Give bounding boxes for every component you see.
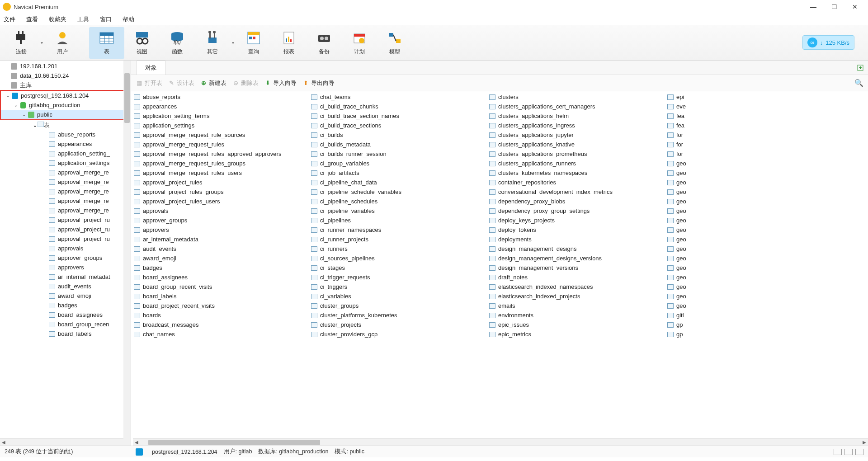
arrow-right-icon[interactable]: ▶ <box>861 440 868 445</box>
sidebar-table-item[interactable]: approvers <box>0 263 131 272</box>
table-item[interactable]: clusters_applications_jupyter <box>488 130 666 140</box>
toolbar-function[interactable]: f(x)函数 <box>160 27 195 59</box>
table-item[interactable]: ci_group_variables <box>310 159 488 168</box>
table-item[interactable]: ci_builds_metadata <box>310 140 488 149</box>
table-item[interactable]: clusters_kubernetes_namespaces <box>488 168 666 178</box>
table-item[interactable]: cluster_groups <box>310 301 488 310</box>
table-item[interactable]: gitl <box>666 310 868 320</box>
sidebar-table-item[interactable]: board_labels <box>0 329 131 339</box>
connection-item[interactable]: data_10.66.150.24 <box>0 71 131 80</box>
design-table-button[interactable]: ✎设计表 <box>168 79 194 87</box>
table-item[interactable]: geo <box>666 244 868 254</box>
add-tab-button[interactable] <box>856 64 864 72</box>
toolbar-user[interactable]: 用户 <box>45 27 80 59</box>
sidebar-table-item[interactable]: approval_merge_re <box>0 206 131 215</box>
table-item[interactable]: ci_runner_projects <box>310 235 488 244</box>
table-item[interactable]: gp <box>666 329 868 339</box>
table-item[interactable]: approval_project_rules_groups <box>133 187 310 197</box>
connection-item[interactable]: 192.168.1.201 <box>0 61 131 71</box>
table-item[interactable]: design_management_designs <box>488 244 666 254</box>
menu-view[interactable]: 查看 <box>26 15 38 24</box>
view-detail-button[interactable] <box>855 449 863 455</box>
table-item[interactable]: cluster_platforms_kubernetes <box>310 310 488 320</box>
table-item[interactable]: boards <box>133 310 310 320</box>
table-item[interactable]: ci_builds_runner_session <box>310 149 488 159</box>
table-item[interactable]: environments <box>488 310 666 320</box>
table-item[interactable]: geo <box>666 225 868 235</box>
table-item[interactable]: clusters <box>488 92 666 102</box>
sidebar-table-item[interactable]: abuse_reports <box>0 130 131 139</box>
dropdown-icon[interactable]: ▾ <box>39 40 45 45</box>
table-item[interactable]: application_setting_terms <box>133 111 310 121</box>
table-item[interactable]: container_repositories <box>488 178 666 187</box>
table-item[interactable]: approval_merge_request_rules_approved_ap… <box>133 149 310 159</box>
table-item[interactable]: approver_groups <box>133 216 310 225</box>
maximize-button[interactable]: ☐ <box>824 0 844 14</box>
sidebar-table-item[interactable]: board_group_recen <box>0 320 131 329</box>
table-item[interactable]: ci_build_trace_sections <box>310 121 488 130</box>
new-table-button[interactable]: ⊕新建表 <box>200 79 226 87</box>
toolbar-connect[interactable]: 连接 <box>4 27 39 59</box>
table-item[interactable]: chat_names <box>133 329 310 339</box>
close-button[interactable]: ✕ <box>844 0 865 14</box>
table-item[interactable]: geo <box>666 263 868 273</box>
chevron-down-icon[interactable]: ⌄ <box>13 103 19 108</box>
schema-item[interactable]: ⌄public <box>1 110 130 119</box>
sidebar-table-item[interactable]: appearances <box>0 139 131 149</box>
sidebar-table-item[interactable]: badges <box>0 301 131 310</box>
content-hscroll[interactable]: ◀▶ <box>133 438 868 446</box>
table-item[interactable]: board_labels <box>133 292 310 301</box>
table-item[interactable]: gp <box>666 320 868 329</box>
table-item[interactable]: draft_notes <box>488 273 666 282</box>
table-item[interactable]: ci_runners <box>310 244 488 254</box>
menu-file[interactable]: 文件 <box>4 15 15 24</box>
table-item[interactable]: clusters_applications_knative <box>488 140 666 149</box>
table-item[interactable]: clusters_applications_ingress <box>488 121 666 130</box>
table-item[interactable]: for <box>666 149 868 159</box>
table-item[interactable]: epi <box>666 92 868 102</box>
table-item[interactable]: geo <box>666 292 868 301</box>
table-item[interactable]: deploy_keys_projects <box>488 216 666 225</box>
sidebar-table-item[interactable]: audit_events <box>0 282 131 291</box>
table-item[interactable]: ar_internal_metadata <box>133 235 310 244</box>
toolbar-plan[interactable]: 计划 <box>342 27 377 59</box>
table-item[interactable]: geo <box>666 216 868 225</box>
table-item[interactable]: board_group_recent_visits <box>133 282 310 292</box>
minimize-button[interactable]: — <box>803 0 824 14</box>
sidebar-table-item[interactable]: board_assignees <box>0 310 131 320</box>
table-item[interactable]: audit_events <box>133 244 310 254</box>
table-item[interactable]: conversational_development_index_metrics <box>488 187 666 197</box>
table-item[interactable]: approval_project_rules <box>133 178 310 187</box>
sidebar-table-item[interactable]: approval_merge_re <box>0 196 131 206</box>
table-item[interactable]: ci_runner_namespaces <box>310 225 488 235</box>
sidebar-table-item[interactable]: approval_project_ru <box>0 225 131 234</box>
menu-window[interactable]: 窗口 <box>100 15 112 24</box>
table-item[interactable]: geo <box>666 178 868 187</box>
table-item[interactable]: eve <box>666 102 868 111</box>
sidebar-scrollbar[interactable] <box>123 61 131 446</box>
table-item[interactable]: emails <box>488 301 666 310</box>
scrollbar-thumb[interactable] <box>124 73 130 123</box>
table-item[interactable]: dependency_proxy_group_settings <box>488 206 666 216</box>
table-item[interactable]: elasticsearch_indexed_namespaces <box>488 282 666 292</box>
import-button[interactable]: ⬇导入向导 <box>264 79 297 87</box>
scrollbar-thumb[interactable] <box>148 440 320 445</box>
table-item[interactable]: award_emoji <box>133 254 310 263</box>
table-item[interactable]: geo <box>666 206 868 216</box>
table-item[interactable]: ci_triggers <box>310 282 488 292</box>
table-item[interactable]: ci_sources_pipelines <box>310 254 488 263</box>
table-item[interactable]: geo <box>666 168 868 178</box>
table-item[interactable]: ci_pipelines <box>310 216 488 225</box>
sidebar-table-item[interactable]: application_setting_ <box>0 149 131 158</box>
table-item[interactable]: geo <box>666 254 868 263</box>
toolbar-backup[interactable]: 备份 <box>307 27 342 59</box>
table-item[interactable]: approval_project_rules_users <box>133 197 310 206</box>
table-item[interactable]: ci_build_trace_section_names <box>310 111 488 121</box>
table-item[interactable]: fea <box>666 121 868 130</box>
connection-item[interactable]: 主库 <box>0 80 131 90</box>
arrow-left-icon[interactable]: ◀ <box>0 440 7 445</box>
menu-tool[interactable]: 工具 <box>77 15 89 24</box>
table-item[interactable]: deployments <box>488 235 666 244</box>
table-item[interactable]: design_management_designs_versions <box>488 254 666 263</box>
search-icon[interactable]: 🔍 <box>854 79 863 87</box>
